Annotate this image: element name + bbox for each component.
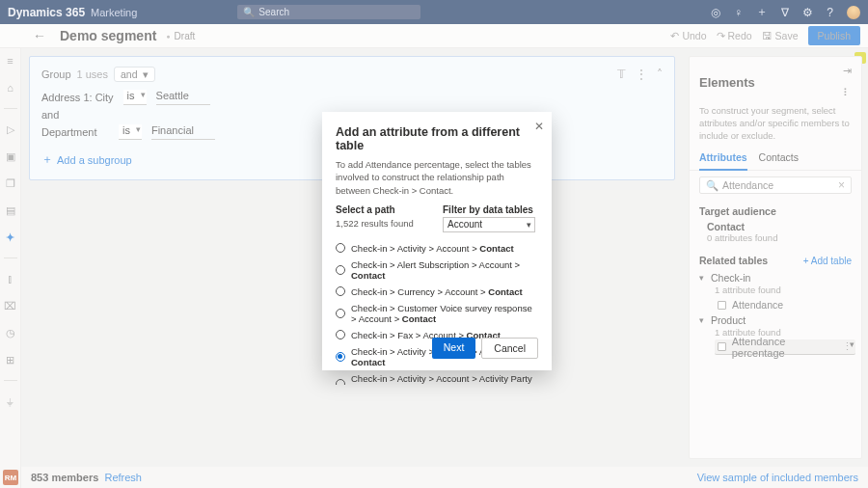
path-option[interactable]: Check-in > Currency > Account > Contact: [336, 284, 538, 300]
filter-heading: Filter by data tables: [443, 204, 538, 215]
select-path-heading: Select a path: [336, 204, 431, 215]
path-option[interactable]: Check-in > Alert Subscription > Account …: [336, 257, 538, 284]
radio-icon: [336, 352, 345, 362]
radio-icon: [336, 265, 345, 275]
path-list: Check-in > Activity > Account > ContactC…: [336, 240, 538, 385]
dialog-title: Add an attribute from a different table: [336, 125, 538, 152]
radio-icon: [336, 309, 345, 318]
radio-icon: [336, 379, 345, 385]
radio-icon: [336, 243, 345, 253]
dialog-desc: To add Attendance percentage, select the…: [336, 158, 538, 197]
results-found: 1,522 results found: [336, 218, 431, 229]
path-option[interactable]: Check-in > Customer Voice survey respons…: [336, 300, 538, 327]
path-option[interactable]: Check-in > Activity > Account > Activity…: [336, 370, 538, 385]
close-icon[interactable]: ✕: [534, 120, 544, 133]
cancel-button[interactable]: Cancel: [481, 338, 538, 359]
next-button[interactable]: Next: [432, 338, 476, 359]
add-attribute-dialog: ✕ Add an attribute from a different tabl…: [322, 112, 552, 370]
filter-select[interactable]: Account: [443, 217, 535, 232]
radio-icon: [336, 330, 345, 339]
path-option[interactable]: Check-in > Activity > Account > Contact: [336, 240, 538, 257]
radio-icon: [336, 286, 345, 296]
